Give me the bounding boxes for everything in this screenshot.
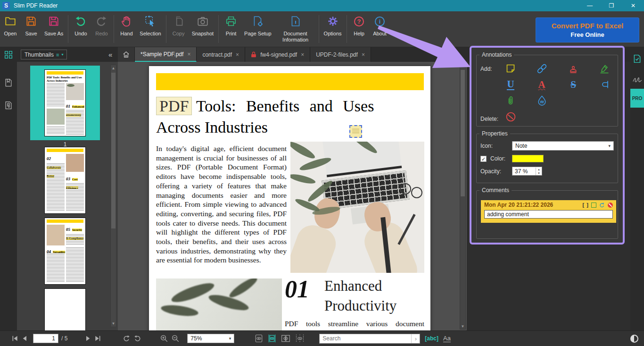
zoom-in-button[interactable] xyxy=(160,331,168,346)
thumbnail-page-4[interactable]: 4 xyxy=(30,285,100,330)
comment-input[interactable] xyxy=(484,210,613,219)
thumbnails-scrollbar[interactable]: ▲ ▼ xyxy=(110,65,116,327)
open-button[interactable]: Open xyxy=(0,11,21,47)
add-attachment-button[interactable] xyxy=(504,94,517,107)
opacity-spinner[interactable]: 37 % ▲▼ xyxy=(512,167,542,176)
maximize-button[interactable]: ❐ xyxy=(601,0,622,11)
save-as-button[interactable]: Save As xyxy=(41,11,66,47)
mini-banner xyxy=(47,219,83,223)
search-next-button[interactable]: › xyxy=(411,334,420,343)
undo-button[interactable]: Undo xyxy=(70,11,91,47)
add-link-button[interactable] xyxy=(535,62,548,75)
help-button[interactable]: ? Help xyxy=(349,11,370,47)
scroll-down-icon[interactable]: ▼ xyxy=(111,321,116,326)
thumbnail-page-3[interactable]: 05 Security & Compliance 04 Versatility … xyxy=(30,214,100,296)
panel-grid-button[interactable] xyxy=(0,47,17,62)
select-brackets-icon[interactable]: [ ] xyxy=(583,202,589,208)
panel-selector-dropdown[interactable]: Thumbnails ≡ ▾ xyxy=(21,50,67,59)
first-page-button[interactable] xyxy=(11,331,19,346)
zoom-out-button[interactable] xyxy=(171,331,180,346)
add-callout-button[interactable] xyxy=(598,78,611,91)
convert-pdf-promo-button[interactable]: Convert PDF to Excel Free Online xyxy=(536,17,639,42)
delete-annotation-button[interactable] xyxy=(504,110,517,123)
continuous-facing-view-button[interactable] xyxy=(295,331,305,346)
pro-badge[interactable]: PRO xyxy=(630,89,644,108)
color-checkbox[interactable]: ✓ xyxy=(480,156,487,162)
match-case-button[interactable]: Aa xyxy=(443,335,451,342)
minimize-button[interactable]: — xyxy=(579,0,601,11)
add-stamp-button[interactable] xyxy=(567,62,580,75)
add-highlight-button[interactable] xyxy=(598,62,611,75)
toolbar-separator xyxy=(347,15,347,43)
close-icon[interactable]: × xyxy=(301,51,304,58)
print-button[interactable]: Print xyxy=(221,11,241,47)
comment-card[interactable]: Mon Apr 20 21:21:22 2026 [ ] xyxy=(481,200,616,223)
document-information-button[interactable]: Document Information xyxy=(274,11,317,47)
zoom-level-dropdown[interactable]: 75% ▾ xyxy=(187,334,234,343)
home-tab[interactable] xyxy=(118,47,135,62)
selection-tool-button[interactable]: Selection xyxy=(137,11,164,47)
signature-icon xyxy=(632,75,643,83)
scroll-up-icon[interactable]: ▲ xyxy=(460,64,465,68)
single-page-view-button[interactable] xyxy=(254,331,264,346)
app-logo-icon: S xyxy=(2,2,10,9)
snapshot-button[interactable]: Snapshot xyxy=(189,11,216,47)
tab-fw4-signed-pdf[interactable]: fw4-signed.pdf × xyxy=(245,47,310,62)
icon-dropdown[interactable]: Note ▾ xyxy=(512,141,614,151)
spin-down-icon[interactable]: ▼ xyxy=(537,171,540,175)
save-button[interactable]: Save xyxy=(21,11,41,47)
attachments-icon[interactable] xyxy=(4,101,13,110)
add-watermark-button[interactable] xyxy=(535,94,548,107)
collapse-panel-button[interactable]: « xyxy=(108,47,112,62)
close-icon[interactable]: × xyxy=(362,51,365,58)
contrast-toggle-icon[interactable] xyxy=(630,335,638,343)
options-button[interactable]: Options xyxy=(321,11,345,47)
next-page-button[interactable] xyxy=(84,331,92,346)
tab-updf-2-files-pdf[interactable]: UPDF-2-files.pdf × xyxy=(310,47,371,62)
note-annotation-icon[interactable] xyxy=(349,125,362,138)
continuous-view-button[interactable] xyxy=(267,331,277,346)
facing-pages-view-button[interactable] xyxy=(281,331,291,346)
square-icon[interactable] xyxy=(591,203,596,208)
rotate-counterclockwise-button[interactable] xyxy=(133,331,142,346)
thumbnail-page-2[interactable]: 02 Collaborate Better 03 Cost Efficiency… xyxy=(30,143,100,225)
add-strikeout-button[interactable]: S xyxy=(567,78,580,91)
bookmarks-icon[interactable] xyxy=(4,78,13,87)
add-note-button[interactable] xyxy=(504,62,517,75)
close-button[interactable]: ✕ xyxy=(622,0,644,11)
add-squiggly-button[interactable]: A xyxy=(535,78,548,91)
mini-photo xyxy=(47,225,65,245)
rotate-clockwise-button[interactable] xyxy=(122,331,131,346)
about-button[interactable]: i About xyxy=(370,11,390,47)
scroll-up-icon[interactable]: ▲ xyxy=(111,66,116,70)
page-number-input[interactable] xyxy=(33,334,58,343)
page-setup-button[interactable]: Page Setup xyxy=(241,11,274,47)
chevron-down-icon: ▾ xyxy=(229,336,231,341)
delete-comment-icon[interactable] xyxy=(607,202,613,208)
close-icon[interactable]: × xyxy=(236,51,239,58)
scrollbar-thumb[interactable] xyxy=(111,73,116,228)
close-icon[interactable]: × xyxy=(187,51,190,58)
tab-sample-pdf[interactable]: *Sample PDF.pdf × xyxy=(135,47,197,62)
tab-contract-pdf[interactable]: contract.pdf × xyxy=(197,47,245,62)
scrollbar-thumb[interactable] xyxy=(461,70,465,196)
icon-label: Icon: xyxy=(480,143,512,149)
signature-button[interactable] xyxy=(630,75,644,83)
color-swatch[interactable] xyxy=(512,155,544,162)
refresh-icon[interactable] xyxy=(599,202,605,208)
scroll-down-icon[interactable]: ▼ xyxy=(460,324,465,329)
form-validate-button[interactable] xyxy=(630,54,644,64)
add-underline-button[interactable]: U xyxy=(504,78,517,91)
viewer-scrollbar[interactable]: ▲ ▼ xyxy=(460,63,466,329)
match-whole-word-button[interactable]: [abc] xyxy=(425,335,438,342)
hand-tool-button[interactable]: Hand xyxy=(116,11,137,47)
last-page-button[interactable] xyxy=(94,331,101,346)
spin-up-icon[interactable]: ▲ xyxy=(537,168,540,171)
thumbnail-page-1[interactable]: PDF Tools: Benefits and Uses Across Indu… xyxy=(30,66,100,148)
copy-button[interactable]: Copy xyxy=(168,11,189,47)
highlight-annotation[interactable]: PDF xyxy=(156,97,192,115)
search-input[interactable] xyxy=(320,335,411,342)
page-total-label: / 5 xyxy=(61,335,67,342)
previous-page-button[interactable] xyxy=(21,331,28,346)
redo-button[interactable]: Redo xyxy=(91,11,112,47)
